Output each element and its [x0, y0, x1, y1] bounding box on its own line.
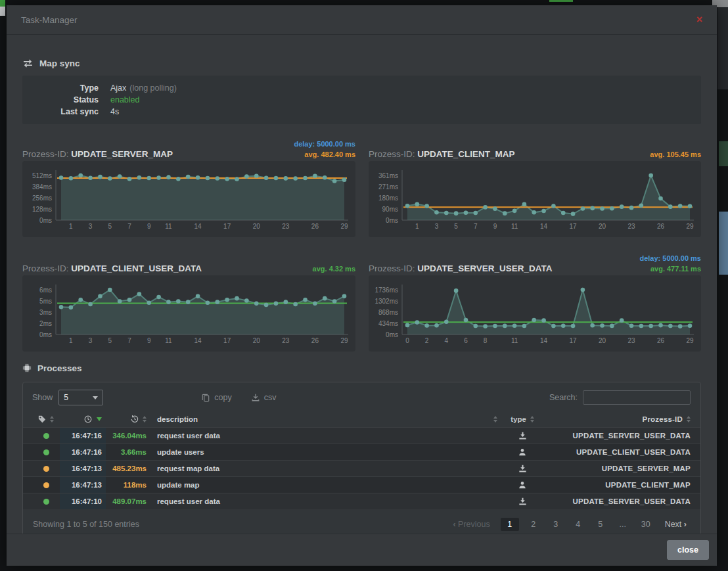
pagination-next[interactable]: Next ›	[661, 518, 691, 531]
clock-icon	[84, 415, 92, 423]
process-id: UPDATE_SERVER_USER_DATA	[547, 428, 691, 444]
column-type[interactable]: type	[497, 415, 547, 423]
chart-avg-label: avg. 4.32 ms	[313, 263, 355, 274]
info-value: enabled	[110, 95, 140, 104]
pagination-previous[interactable]: ‹ Previous	[449, 518, 493, 531]
svg-text:14: 14	[194, 223, 202, 230]
info-value: 4s	[110, 107, 119, 116]
process-duration: 118ms	[106, 477, 150, 493]
svg-text:17: 17	[223, 337, 231, 344]
svg-text:9: 9	[493, 223, 497, 230]
svg-text:1302ms: 1302ms	[375, 298, 398, 305]
process-description: request user data	[150, 428, 497, 444]
processes-heading: Processes	[22, 362, 701, 374]
svg-text:20: 20	[599, 223, 606, 230]
chart-svg[interactable]: 0ms2ms3ms5ms6ms1357911141720232629	[27, 279, 351, 348]
svg-text:5: 5	[108, 223, 112, 230]
copy-button[interactable]: copy	[202, 393, 231, 402]
info-label: Status	[33, 95, 99, 104]
info-label: Type	[33, 83, 99, 93]
column-status[interactable]	[32, 415, 60, 423]
page-size-select[interactable]: 5	[58, 390, 103, 405]
chart-panel: 0ms2ms3ms5ms6ms1357911141720232629	[22, 275, 355, 352]
search-input[interactable]	[583, 390, 691, 405]
pagination-ellipsis: ...	[615, 518, 631, 531]
column-prozess-id[interactable]: Prozess-ID	[547, 415, 691, 423]
svg-text:20: 20	[599, 337, 606, 344]
chart-svg[interactable]: 0ms434ms868ms1302ms1736ms024681114172023…	[373, 279, 696, 348]
svg-text:29: 29	[686, 337, 694, 344]
column-time[interactable]	[60, 415, 106, 423]
svg-text:4: 4	[445, 337, 449, 344]
status-dot-icon	[43, 482, 49, 488]
process-id: UPDATE_CLIENT_USER_DATA	[547, 444, 691, 460]
svg-text:17: 17	[570, 337, 578, 344]
svg-text:20: 20	[253, 223, 261, 230]
sort-icon	[687, 416, 691, 423]
sort-icon	[143, 416, 147, 423]
svg-text:23: 23	[627, 223, 635, 230]
background-fragment	[0, 0, 5, 7]
pagination-page-2[interactable]: 2	[526, 518, 541, 531]
download-icon	[518, 497, 527, 505]
processes-panel: Show 5 copy csv Search:	[22, 382, 701, 534]
svg-text:11: 11	[165, 337, 172, 344]
process-row: 16:47:163.66msupdate usersUPDATE_CLIENT_…	[23, 444, 700, 460]
show-label: Show	[32, 393, 53, 402]
background-fragment	[719, 212, 728, 275]
column-duration[interactable]	[106, 415, 150, 423]
process-id: UPDATE_CLIENT_MAP	[547, 477, 691, 493]
page-backdrop: Task-Manager × Map sync TypeAjax(long po…	[0, 0, 728, 571]
svg-text:0ms: 0ms	[386, 217, 398, 224]
svg-text:5: 5	[454, 223, 458, 230]
svg-text:11: 11	[511, 223, 518, 230]
pagination-page-3[interactable]: 3	[548, 518, 564, 531]
svg-text:1: 1	[69, 337, 73, 344]
pagination-page-1[interactable]: 1	[501, 518, 519, 531]
chart-svg[interactable]: 0ms90ms180ms271ms361ms135791114172023262…	[373, 165, 696, 233]
pagination-page-5[interactable]: 5	[593, 518, 608, 531]
process-duration: 3.66ms	[106, 444, 150, 460]
process-description: request user data	[150, 493, 497, 509]
csv-button-label: csv	[264, 393, 277, 402]
chart-svg[interactable]: 0ms128ms256ms384ms512ms13579111417202326…	[27, 165, 351, 233]
charts-grid: Prozess-ID: UPDATE_SERVER_MAPdelay: 5000…	[22, 137, 701, 352]
background-fragment	[549, 0, 573, 2]
chart-delay-label: delay: 5000.00 ms	[639, 253, 701, 263]
svg-text:17: 17	[570, 223, 578, 230]
table-controls: Show 5 copy csv Search:	[23, 389, 700, 406]
svg-text:384ms: 384ms	[32, 183, 52, 191]
chart-delay-label: delay: 5000.00 ms	[294, 139, 355, 149]
column-description[interactable]: description	[150, 415, 497, 423]
process-time: 16:47:16	[60, 444, 106, 460]
chart-title: Prozess-ID: UPDATE_SERVER_MAP	[22, 149, 173, 160]
process-chart-update-server-map: Prozess-ID: UPDATE_SERVER_MAPdelay: 5000…	[22, 137, 355, 237]
svg-text:3: 3	[89, 337, 93, 344]
chart-title: Prozess-ID: UPDATE_SERVER_USER_DATA	[369, 263, 553, 274]
close-icon[interactable]: ×	[696, 14, 702, 25]
svg-text:26: 26	[657, 223, 665, 230]
column-description-label: description	[157, 415, 198, 423]
download-icon	[518, 432, 527, 440]
pagination-page-30[interactable]: 30	[637, 518, 654, 531]
svg-text:20: 20	[253, 337, 261, 344]
map-sync-row: TypeAjax(long polling)	[33, 82, 691, 94]
svg-text:5ms: 5ms	[39, 298, 52, 305]
modal-header: Task-Manager ×	[7, 5, 717, 35]
process-chart-update-server-user-data: Prozess-ID: UPDATE_SERVER_USER_DATAdelay…	[369, 252, 701, 352]
map-sync-heading: Map sync	[22, 57, 701, 69]
svg-text:26: 26	[311, 337, 319, 344]
table-body: 16:47:16346.04msrequest user dataUPDATE_…	[23, 427, 700, 509]
svg-text:0ms: 0ms	[386, 331, 398, 338]
svg-text:180ms: 180ms	[378, 194, 398, 202]
svg-text:17: 17	[223, 223, 231, 230]
close-button[interactable]: close	[667, 540, 709, 560]
svg-text:3ms: 3ms	[39, 309, 52, 316]
svg-text:26: 26	[657, 337, 665, 344]
process-id: UPDATE_SERVER_MAP	[547, 461, 691, 476]
csv-button[interactable]: csv	[252, 393, 277, 402]
status-dot-icon	[43, 466, 49, 472]
pagination-page-4[interactable]: 4	[570, 518, 586, 531]
svg-text:7: 7	[474, 223, 478, 230]
svg-text:0ms: 0ms	[39, 331, 52, 338]
